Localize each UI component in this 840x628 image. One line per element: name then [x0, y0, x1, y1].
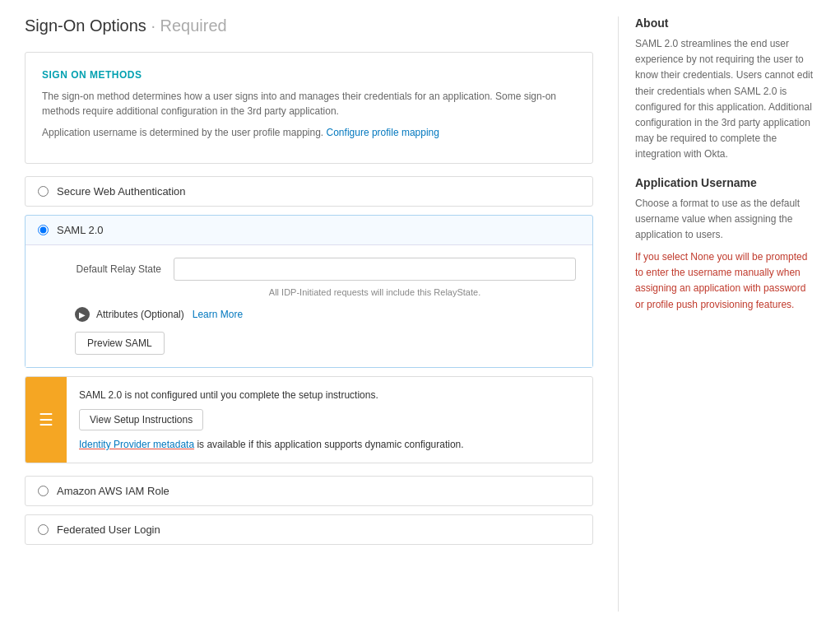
- relay-state-hint: All IDP-Initiated requests will include …: [42, 287, 576, 297]
- saml-option-container: SAML 2.0 Default Relay State All IDP-Ini…: [25, 215, 593, 368]
- warning-content: SAML 2.0 is not configured until you com…: [67, 377, 592, 463]
- configure-profile-mapping-link[interactable]: Configure profile mapping: [327, 127, 439, 138]
- arrow-icon[interactable]: ▶: [75, 307, 90, 322]
- swa-label: Secure Web Authentication: [57, 185, 186, 198]
- learn-more-link[interactable]: Learn More: [193, 309, 243, 320]
- federated-label: Federated User Login: [57, 523, 160, 536]
- username-description: Application username is determined by th…: [42, 125, 576, 140]
- saml-body: Default Relay State All IDP-Initiated re…: [26, 245, 592, 367]
- warning-stripe: ☰: [26, 377, 67, 463]
- saml-header: SAML 2.0: [26, 216, 592, 245]
- aws-radio[interactable]: [38, 486, 49, 496]
- app-username-desc: Choose a format to use as the default us…: [635, 196, 815, 244]
- relay-state-label: Default Relay State: [42, 263, 174, 275]
- saml-label: SAML 2.0: [57, 224, 104, 236]
- relay-state-input[interactable]: [174, 258, 576, 281]
- attributes-row: ▶ Attributes (Optional) Learn More: [42, 307, 576, 322]
- view-setup-instructions-button[interactable]: View Setup Instructions: [79, 409, 203, 430]
- section-heading: SIGN ON METHODS: [42, 69, 576, 81]
- about-text: SAML 2.0 streamlines the end user experi…: [635, 36, 815, 163]
- swa-option[interactable]: Secure Web Authentication: [25, 176, 593, 207]
- aws-label: Amazon AWS IAM Role: [57, 485, 169, 497]
- federated-option[interactable]: Federated User Login: [25, 514, 593, 545]
- about-title: About: [635, 16, 815, 30]
- warning-icon: ☰: [39, 410, 53, 430]
- swa-radio[interactable]: [38, 186, 49, 197]
- warning-message: SAML 2.0 is not configured until you com…: [79, 389, 580, 401]
- warning-banner: ☰ SAML 2.0 is not configured until you c…: [25, 376, 593, 463]
- attributes-label: Attributes (Optional): [96, 309, 184, 320]
- aws-option[interactable]: Amazon AWS IAM Role: [25, 476, 593, 506]
- saml-radio[interactable]: [38, 225, 49, 235]
- required-label: · Required: [151, 16, 226, 35]
- main-content: Sign-On Options · Required SIGN ON METHO…: [25, 16, 618, 612]
- page-title: Sign-On Options · Required: [25, 16, 593, 35]
- method-description: The sign-on method determines how a user…: [42, 89, 576, 119]
- metadata-text: Identity Provider metadata is available …: [79, 439, 580, 450]
- relay-state-row: Default Relay State: [42, 258, 576, 281]
- preview-saml-button[interactable]: Preview SAML: [75, 332, 165, 355]
- federated-radio[interactable]: [38, 524, 49, 535]
- app-username-title: Application Username: [635, 176, 815, 189]
- identity-provider-metadata-link[interactable]: Identity Provider metadata: [79, 439, 194, 450]
- sidebar: About SAML 2.0 streamlines the end user …: [618, 16, 815, 612]
- app-username-warning: If you select None you will be prompted …: [635, 249, 815, 313]
- sign-on-methods-card: SIGN ON METHODS The sign-on method deter…: [25, 52, 593, 164]
